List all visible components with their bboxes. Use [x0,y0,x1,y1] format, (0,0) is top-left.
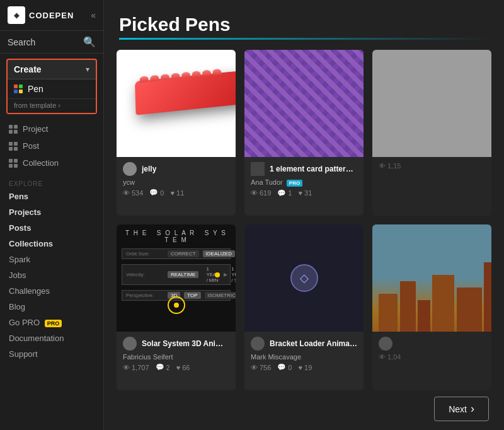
logo-bar: ◈ CODEPEN « [0,0,103,31]
main-header: Picked Pens [104,0,504,50]
pen-card-city[interactable]: 👁 1,04 [372,224,491,390]
card-footer-jelly: jelly ycw 👁 534 💬 0 ♥ 11 [117,157,236,200]
card-footer-bracket: Bracket Loader Animation #Code... Mark M… [244,332,364,375]
solar-target-area [122,303,231,327]
card-footer-third: 👁 1,15 [372,157,491,173]
sidebar-item-collections[interactable]: Collections [0,236,103,252]
pro-badge: PRO [45,320,62,327]
correct-btn[interactable]: CORRECT [168,250,199,257]
card-stats-solar: 👁 1,707 💬 2 ♥ 66 [123,363,229,371]
building-5 [457,288,482,332]
card-stats-bracket: 👁 756 💬 0 ♥ 19 [251,363,357,371]
logo[interactable]: ◈ CODEPEN [8,6,74,24]
velocity-control: Velocity: REALTIME 1 YEAR / MIN ▶ 1 YEAR… [122,264,231,285]
pen-card-element[interactable]: 1 element card patterns (Chrome ... Ana … [244,50,364,216]
views-stat: 👁 756 [251,363,271,371]
views-stat: 👁 1,04 [379,353,401,361]
card-author-element: Ana Tudor PRO [251,178,357,187]
avatar-bracket [251,337,265,351]
comments-stat: 💬 1 [277,189,292,197]
card-preview-solar: T H E S O L A R S Y S T E M Orbit Size: … [117,224,236,332]
sidebar-item-post[interactable]: Post [0,137,103,154]
from-template-link[interactable]: from template › [8,98,96,113]
pen-card-solar[interactable]: T H E S O L A R S Y S T E M Orbit Size: … [117,224,236,390]
views-stat: 👁 534 [123,189,143,197]
main-content: Picked Pens [104,0,504,430]
card-footer-solar: Solar System 3D Animation (Pure... Fabri… [117,332,236,375]
card-title-element: 1 element card patterns (Chrome ... [270,165,357,173]
sidebar-item-posts[interactable]: Posts [0,220,103,236]
card-preview-element [244,50,364,157]
pro-badge-element: PRO [287,180,302,187]
search-icon[interactable]: 🔍 [83,36,96,48]
create-dropdown: Create ▾ Pen from template › [6,59,97,114]
sidebar-item-project[interactable]: Project [0,120,103,137]
pen-card-bracket[interactable]: Bracket Loader Animation #Code... Mark M… [244,224,364,390]
views-stat: 👁 1,15 [379,162,401,170]
sidebar-item-blog[interactable]: Blog [0,299,103,315]
card-preview-third [372,50,491,157]
pen-item[interactable]: Pen [8,79,96,98]
nav-create-section: Project Post Collection [0,117,103,175]
likes-stat: ♥ 31 [298,189,312,197]
avatar-solar [123,337,137,351]
author-row-city [379,337,485,351]
pen-card-jelly[interactable]: jelly ycw 👁 534 💬 0 ♥ 11 [117,50,236,216]
avatar-jelly [123,162,137,176]
avatar-city [379,337,392,351]
sidebar-item-challenges[interactable]: Challenges [0,283,103,299]
post-icon [9,142,18,151]
card-footer-element: 1 element card patterns (Chrome ... Ana … [244,157,364,201]
sidebar-item-spark[interactable]: Spark [0,252,103,267]
sidebar-item-jobs[interactable]: Jobs [0,267,103,283]
card-author-bracket: Mark Miscavage [251,353,357,361]
logo-text: CODEPEN [29,11,74,20]
sidebar: ◈ CODEPEN « Search 🔍 Create ▾ Pen from t… [0,0,104,430]
avatar-element [251,162,265,176]
next-arrow-icon [471,402,474,415]
realtime-btn[interactable]: REALTIME [168,271,198,278]
search-bar[interactable]: Search 🔍 [0,31,103,54]
next-button[interactable]: Next [434,397,489,421]
create-button[interactable]: Create ▾ [8,60,96,79]
top-btn[interactable]: TOP [184,292,200,299]
post-label: Post [23,141,39,151]
author-row-solar: Solar System 3D Animation (Pure... [123,337,229,351]
card-author-jelly: ycw [123,178,229,186]
project-icon [9,125,18,134]
sidebar-item-pens[interactable]: Pens [0,189,103,204]
sidebar-item-projects[interactable]: Projects [0,204,103,220]
pagination: Next [104,390,504,430]
card-stats-city: 👁 1,04 [379,353,485,361]
likes-stat: ♥ 11 [170,189,184,197]
solar-target [168,296,185,314]
sidebar-item-support[interactable]: Support [0,346,103,362]
collection-label: Collection [23,158,59,168]
sidebar-item-collection[interactable]: Collection [0,154,103,171]
comments-stat: 💬 2 [156,363,170,371]
idealized-btn[interactable]: IDEALIZED [203,250,235,257]
pen-card-third-top[interactable]: 👁 1,15 [372,50,491,216]
create-label: Create [14,64,42,74]
card-title-solar: Solar System 3D Animation (Pure... [142,339,229,348]
building-3 [418,300,430,332]
city-scene [372,224,491,332]
isometric-btn[interactable]: ISOMETRIC [205,292,236,299]
purple-pattern [244,50,364,157]
card-preview-jelly [117,50,236,157]
bracket-diamond [290,264,318,292]
card-stats-element: 👁 619 💬 1 ♥ 31 [251,189,357,197]
pen-icon [14,84,23,93]
building-6 [484,262,491,332]
pen-label: Pen [28,84,43,94]
sidebar-item-gopro[interactable]: Go PRO PRO [0,315,103,330]
card-title-bracket: Bracket Loader Animation #Code... [270,339,357,348]
sidebar-item-docs[interactable]: Documentation [0,330,103,346]
likes-stat: ♥ 66 [176,363,190,371]
card-preview-city [372,224,491,332]
author-row-element: 1 element card patterns (Chrome ... [251,162,357,176]
collapse-icon[interactable]: « [91,10,96,20]
chevron-down-icon: ▾ [86,65,89,74]
search-label: Search [8,37,79,47]
bracket-loader-preview [244,224,364,332]
